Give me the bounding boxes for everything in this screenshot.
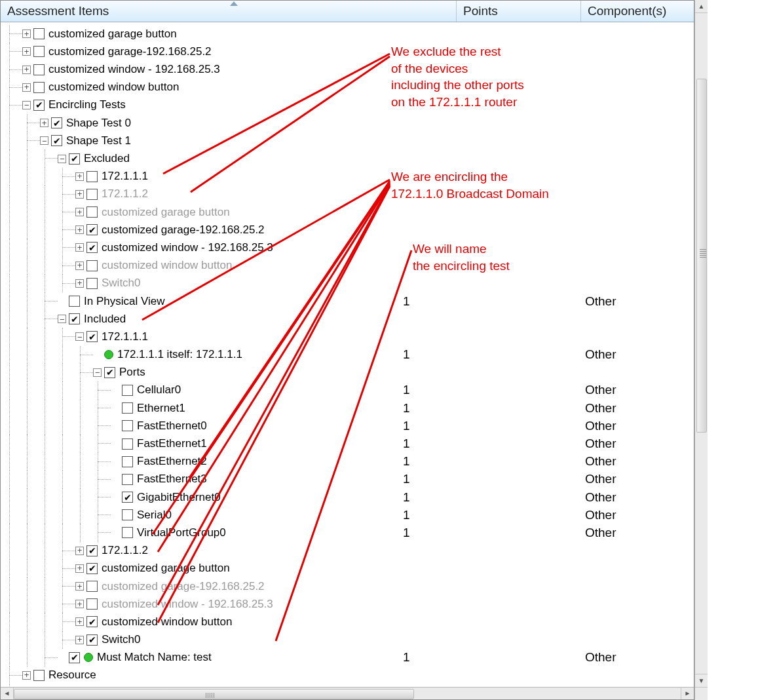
- collapse-icon[interactable]: −: [40, 136, 48, 145]
- tree-row[interactable]: +Switch0: [5, 631, 691, 649]
- tree-checkbox[interactable]: [86, 224, 98, 235]
- tree-checkbox[interactable]: [86, 331, 98, 342]
- column-header-components[interactable]: Component(s): [581, 1, 694, 22]
- tree-row[interactable]: Ethernet11Other: [5, 399, 691, 417]
- tree-checkbox[interactable]: [86, 563, 98, 574]
- expand-icon[interactable]: +: [75, 190, 84, 199]
- tree-row[interactable]: −Encircling Tests: [5, 96, 691, 114]
- scroll-right-button[interactable]: ►: [681, 688, 694, 700]
- expand-icon[interactable]: +: [75, 172, 84, 181]
- expand-icon[interactable]: +: [75, 600, 84, 608]
- tree-row[interactable]: +customized window - 192.168.25.3: [5, 239, 691, 256]
- tree-checkbox[interactable]: [69, 296, 80, 307]
- tree-checkbox[interactable]: [86, 598, 98, 610]
- tree-row[interactable]: +customized window button: [5, 79, 691, 96]
- tree-checkbox[interactable]: [51, 135, 62, 146]
- tree-row[interactable]: +customized garage button: [5, 25, 691, 43]
- horizontal-scrollbar[interactable]: ◄ ►: [1, 687, 694, 700]
- tree-row[interactable]: +Shape Test 0: [5, 114, 691, 132]
- tree-row[interactable]: +customized garage button: [5, 560, 691, 577]
- tree-row[interactable]: +customized window button: [5, 613, 691, 631]
- tree-row[interactable]: Cellular01Other: [5, 381, 691, 399]
- tree-row[interactable]: +customized garage-192.168.25.2: [5, 221, 691, 239]
- scroll-thumb[interactable]: [696, 79, 707, 433]
- scroll-thumb[interactable]: [14, 689, 414, 699]
- tree-row[interactable]: +customized window button: [5, 257, 691, 275]
- tree-row[interactable]: VirtualPortGroup01Other: [5, 524, 691, 541]
- tree-row[interactable]: +customized window - 192.168.25.3: [5, 595, 691, 613]
- tree-checkbox[interactable]: [122, 402, 133, 414]
- tree-checkbox[interactable]: [33, 46, 45, 57]
- tree-checkbox[interactable]: [86, 206, 98, 218]
- expand-icon[interactable]: +: [75, 279, 84, 288]
- tree-checkbox[interactable]: [122, 456, 133, 467]
- tree-checkbox[interactable]: [86, 260, 98, 271]
- tree-row[interactable]: −Shape Test 1: [5, 132, 691, 149]
- tree-checkbox[interactable]: [69, 652, 80, 663]
- tree-checkbox[interactable]: [33, 670, 45, 681]
- tree-row[interactable]: FastEthernet31Other: [5, 471, 691, 488]
- tree-row[interactable]: +customized garage button: [5, 203, 691, 221]
- collapse-icon[interactable]: −: [22, 101, 31, 109]
- scroll-track[interactable]: [14, 688, 681, 700]
- tree-row[interactable]: +172.1.1.2: [5, 185, 691, 203]
- expand-icon[interactable]: +: [75, 225, 84, 234]
- collapse-icon[interactable]: −: [58, 155, 66, 163]
- tree-row[interactable]: +Switch0: [5, 684, 691, 686]
- tree-checkbox[interactable]: [33, 64, 45, 75]
- tree-row[interactable]: +customized garage-192.168.25.2: [5, 577, 691, 595]
- tree-checkbox[interactable]: [86, 581, 98, 592]
- expand-icon[interactable]: +: [75, 564, 84, 573]
- expand-icon[interactable]: +: [75, 636, 84, 644]
- collapse-icon[interactable]: −: [93, 368, 102, 377]
- tree-checkbox[interactable]: [69, 153, 80, 165]
- expand-icon[interactable]: +: [75, 617, 84, 626]
- column-header-assessment[interactable]: Assessment Items: [1, 1, 457, 22]
- tree-checkbox[interactable]: [122, 420, 133, 431]
- vertical-scrollbar[interactable]: ▲ ▼: [694, 0, 708, 700]
- tree-checkbox[interactable]: [122, 438, 133, 450]
- expand-icon[interactable]: +: [75, 208, 84, 216]
- tree-checkbox[interactable]: [86, 189, 98, 200]
- tree-checkbox[interactable]: [86, 171, 98, 182]
- tree-checkbox[interactable]: [86, 634, 98, 646]
- tree-row[interactable]: +customized garage-192.168.25.2: [5, 43, 691, 60]
- tree-row[interactable]: +Switch0: [5, 275, 691, 292]
- tree-checkbox[interactable]: [33, 28, 45, 39]
- scroll-up-button[interactable]: ▲: [695, 0, 708, 13]
- expand-icon[interactable]: +: [75, 547, 84, 555]
- tree-checkbox[interactable]: [69, 313, 80, 324]
- tree-row[interactable]: Must Match Name: test1Other: [5, 649, 691, 667]
- tree-row[interactable]: +172.1.1.1: [5, 168, 691, 185]
- tree-checkbox[interactable]: [104, 367, 115, 378]
- tree-row[interactable]: FastEthernet01Other: [5, 417, 691, 435]
- expand-icon[interactable]: +: [40, 119, 48, 127]
- tree-row[interactable]: −Included: [5, 310, 691, 328]
- expand-icon[interactable]: +: [22, 671, 31, 680]
- tree-checkbox[interactable]: [51, 117, 62, 128]
- expand-icon[interactable]: +: [75, 582, 84, 591]
- tree-row[interactable]: 172.1.1.1 itself: 172.1.1.11Other: [5, 346, 691, 364]
- scroll-down-button[interactable]: ▼: [695, 674, 708, 687]
- tree-row[interactable]: −172.1.1.1: [5, 328, 691, 345]
- tree-row[interactable]: FastEthernet11Other: [5, 435, 691, 452]
- tree-row[interactable]: −Excluded: [5, 149, 691, 167]
- tree-row[interactable]: +172.1.1.2: [5, 542, 691, 560]
- tree-checkbox[interactable]: [122, 492, 133, 503]
- collapse-icon[interactable]: −: [58, 315, 66, 323]
- expand-icon[interactable]: +: [75, 243, 84, 252]
- expand-icon[interactable]: +: [22, 66, 31, 74]
- tree-checkbox[interactable]: [86, 545, 98, 556]
- tree-row[interactable]: −Ports: [5, 364, 691, 381]
- tree-row[interactable]: In Physical View1Other: [5, 292, 691, 310]
- tree-checkbox[interactable]: [86, 242, 98, 253]
- scroll-left-button[interactable]: ◄: [1, 688, 14, 700]
- collapse-icon[interactable]: −: [75, 332, 84, 341]
- expand-icon[interactable]: +: [22, 83, 31, 92]
- tree-row[interactable]: +Resource: [5, 667, 691, 684]
- tree-row[interactable]: +customized window - 192.168.25.3: [5, 61, 691, 79]
- tree-checkbox[interactable]: [122, 385, 133, 396]
- expand-icon[interactable]: +: [22, 29, 31, 38]
- tree-checkbox[interactable]: [86, 278, 98, 289]
- tree-row[interactable]: Serial01Other: [5, 506, 691, 524]
